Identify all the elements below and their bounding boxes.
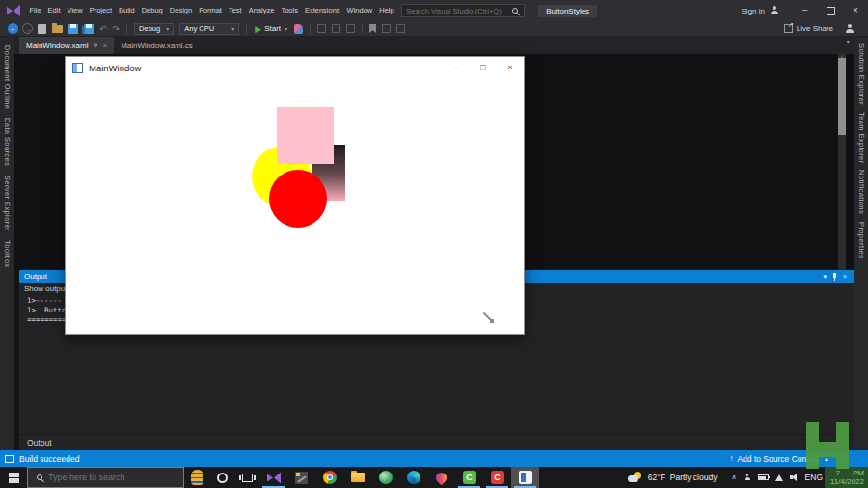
- menu-tools[interactable]: Tools: [278, 0, 302, 21]
- start-debug-button[interactable]: ▶ Start ▾: [255, 24, 287, 34]
- language-indicator[interactable]: ENG: [805, 473, 823, 482]
- battery-icon[interactable]: [758, 474, 769, 480]
- tab-mainwindow-xaml[interactable]: MainWindow.xaml ×: [19, 37, 114, 54]
- restore-button[interactable]: [818, 0, 843, 21]
- news-interests-button[interactable]: [184, 467, 209, 488]
- menu-debug[interactable]: Debug: [138, 0, 166, 21]
- toolbar-icon[interactable]: [346, 24, 355, 33]
- live-share-button[interactable]: Live Share: [797, 24, 833, 33]
- menu-build[interactable]: Build: [116, 0, 139, 21]
- vs-search-input[interactable]: [402, 7, 512, 15]
- rail-tab-data-sources[interactable]: Data Sources: [3, 118, 12, 166]
- tray-people-icon[interactable]: [744, 474, 751, 481]
- taskbar-file-explorer[interactable]: [343, 467, 371, 488]
- solution-configuration-dropdown[interactable]: Debug ▾: [134, 23, 174, 35]
- weather-widget[interactable]: 62°F Partly cloudy: [628, 472, 722, 483]
- sign-in-link[interactable]: Sign in: [742, 7, 765, 15]
- volume-icon[interactable]: [790, 474, 800, 481]
- menu-analyze[interactable]: Analyze: [245, 0, 278, 21]
- menu-format[interactable]: Format: [196, 0, 226, 21]
- taskbar-clock[interactable]: 7PM 11/4/2022: [830, 469, 864, 486]
- taskbar-dev-tool[interactable]: [287, 467, 315, 488]
- undo-button[interactable]: ↶: [96, 21, 110, 37]
- minimize-button[interactable]: −: [793, 0, 818, 21]
- navigate-back-button[interactable]: ←: [8, 23, 18, 34]
- navigate-forward-button[interactable]: →: [22, 23, 33, 34]
- chrome-icon: [323, 471, 337, 484]
- scrollbar-thumb[interactable]: [838, 58, 846, 135]
- app-close-button[interactable]: ×: [497, 57, 524, 78]
- taskbar-visual-studio[interactable]: [259, 467, 287, 488]
- window-position-chevron-icon[interactable]: ▾: [823, 270, 827, 283]
- tab-mainwindow-xaml-cs[interactable]: MainWindow.xaml.cs: [114, 37, 200, 54]
- taskbar-edge[interactable]: [399, 467, 427, 488]
- open-folder-icon[interactable]: [52, 25, 63, 33]
- solution-platform-dropdown[interactable]: Any CPU ▾: [179, 23, 239, 35]
- toolbar-icon[interactable]: [382, 24, 391, 33]
- left-tool-rail: Document Outline Data Sources Server Exp…: [0, 37, 14, 450]
- menu-design[interactable]: Design: [166, 0, 195, 21]
- app-window-titlebar[interactable]: MainWindow − □ ×: [66, 57, 524, 78]
- hot-reload-icon[interactable]: [294, 24, 303, 34]
- bookmark-icon[interactable]: [369, 24, 376, 33]
- pin-icon[interactable]: [94, 43, 97, 47]
- taskbar-green-swirl-app[interactable]: [371, 467, 399, 488]
- rail-tab-solution-explorer[interactable]: Solution Explorer: [857, 43, 866, 105]
- feedback-icon[interactable]: [845, 24, 854, 34]
- close-button[interactable]: ×: [843, 0, 868, 21]
- taskbar-active-app[interactable]: [511, 467, 539, 488]
- menu-edit[interactable]: Edit: [44, 0, 64, 21]
- menu-file[interactable]: File: [26, 0, 44, 21]
- menu-extensions[interactable]: Extensions: [301, 0, 343, 21]
- tab-overflow-chevron-icon[interactable]: ▾: [846, 39, 850, 46]
- visual-studio-logo-icon: [7, 5, 20, 16]
- user-account-icon[interactable]: [770, 6, 779, 15]
- tab-label: MainWindow.xaml: [26, 41, 88, 50]
- upload-arrow-icon: ↑: [729, 454, 733, 463]
- status-bar: Build succeeded ↑ Add to Source Control …: [0, 450, 868, 467]
- bottom-panel-tabstrip: Output: [19, 434, 854, 450]
- rail-tab-document-outline[interactable]: Document Outline: [3, 45, 12, 109]
- vs-titlebar: File Edit View Project Build Debug Desig…: [0, 0, 868, 21]
- rail-tab-team-explorer[interactable]: Team Explorer: [857, 112, 866, 164]
- menu-window[interactable]: Window: [343, 0, 376, 21]
- taskbar-green-c-app[interactable]: C: [455, 467, 483, 488]
- toolbar-separator: [362, 23, 363, 34]
- menu-project[interactable]: Project: [86, 0, 115, 21]
- tab-output[interactable]: Output: [19, 438, 52, 447]
- close-icon[interactable]: ×: [843, 270, 847, 283]
- save-icon[interactable]: [68, 24, 78, 34]
- app-maximize-button[interactable]: □: [470, 57, 497, 78]
- taskbar-red-c-app[interactable]: C: [483, 467, 511, 488]
- rail-tab-notifications[interactable]: Notifications: [857, 170, 866, 214]
- close-icon[interactable]: ×: [102, 41, 107, 50]
- menu-help[interactable]: Help: [376, 0, 397, 21]
- cortana-button[interactable]: [209, 467, 234, 488]
- app-minimize-button[interactable]: −: [443, 57, 470, 78]
- wifi-icon[interactable]: [775, 474, 783, 481]
- task-view-button[interactable]: [234, 467, 259, 488]
- new-project-icon[interactable]: [38, 24, 46, 34]
- toolbar-icon[interactable]: [317, 24, 326, 33]
- platform-value: Any CPU: [184, 24, 214, 33]
- rail-tab-properties[interactable]: Properties: [857, 222, 866, 258]
- vs-search-box[interactable]: [401, 4, 525, 17]
- taskbar-search-box[interactable]: [27, 467, 184, 488]
- taskbar-search-input[interactable]: [48, 473, 183, 482]
- toolbar-icon[interactable]: [396, 24, 405, 33]
- menu-test[interactable]: Test: [225, 0, 245, 21]
- taskbar-paint-drop-app[interactable]: [427, 467, 455, 488]
- editor-scrollbar[interactable]: ▲: [838, 54, 846, 270]
- toolbar-icon[interactable]: [332, 24, 340, 33]
- build-status-text: Build succeeded: [19, 454, 79, 464]
- start-button[interactable]: [0, 467, 27, 488]
- redo-button[interactable]: ↷: [110, 21, 123, 37]
- menu-view[interactable]: View: [64, 0, 86, 21]
- pin-icon[interactable]: [833, 273, 836, 280]
- save-all-icon[interactable]: [84, 24, 94, 34]
- taskbar-chrome[interactable]: [315, 467, 343, 488]
- rail-tab-server-explorer[interactable]: Server Explorer: [3, 176, 12, 231]
- tray-expand-chevron-icon[interactable]: ∧: [731, 474, 736, 481]
- source-control-button[interactable]: ↑ Add to Source Control ▲: [729, 454, 829, 464]
- rail-tab-toolbox[interactable]: Toolbox: [3, 240, 12, 268]
